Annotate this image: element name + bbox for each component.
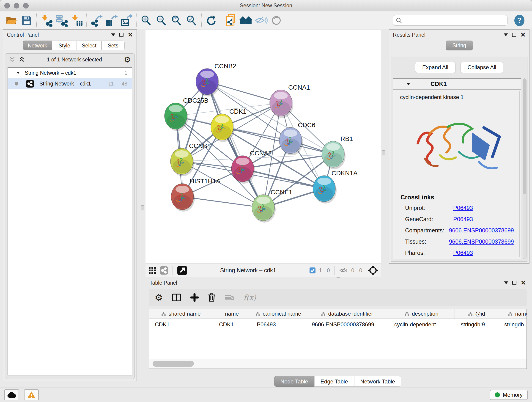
crosslink-link[interactable]: P06493 xyxy=(453,216,473,223)
expand-all-button[interactable]: Expand All xyxy=(415,62,455,73)
left-splitter-handle[interactable] xyxy=(141,205,144,211)
float-panel-icon[interactable] xyxy=(119,33,123,37)
import-network-database-button[interactable] xyxy=(54,13,69,28)
network-node-CCNA1[interactable]: CCNA1 xyxy=(270,84,310,118)
close-panel-icon[interactable]: ✕ xyxy=(520,280,526,286)
table-row[interactable]: CDK1CDK1P064939606.ENSP00000378699cyclin… xyxy=(149,319,526,330)
network-node-CCNB2[interactable]: CCNB2 xyxy=(196,63,236,96)
crosslink-link[interactable]: 9606.ENSP00000378699 xyxy=(449,227,514,234)
selected-checkbox-icon[interactable] xyxy=(309,267,316,274)
grid-view-icon[interactable] xyxy=(148,266,157,274)
hidden-eye-slash-icon[interactable] xyxy=(339,267,348,274)
tab-edge-table[interactable]: Edge Table xyxy=(314,376,354,387)
cloud-button[interactable] xyxy=(4,389,19,400)
gene-card-header[interactable]: CDK1 xyxy=(393,79,521,89)
network-node-CCNE1[interactable]: CCNE1 xyxy=(252,189,292,223)
network-view-mode-icon[interactable] xyxy=(160,266,168,274)
results-scrollbar-thumb[interactable] xyxy=(523,79,526,194)
collapse-all-networks-icon[interactable] xyxy=(19,57,25,63)
column-header-shared-name[interactable]: shared name xyxy=(149,309,213,319)
birdseye-crosshair-icon[interactable] xyxy=(368,265,378,276)
network-collection-row[interactable]: String Network – cdk1 1 xyxy=(8,68,132,78)
right-splitter-handle[interactable] xyxy=(382,150,385,155)
function-builder-icon[interactable]: f(x) xyxy=(244,293,256,302)
tab-string[interactable]: String xyxy=(446,41,473,51)
zoom-selected-button[interactable] xyxy=(184,13,199,28)
crosslink-link[interactable]: P06493 xyxy=(453,249,473,256)
refresh-button[interactable] xyxy=(204,13,219,28)
import-network-file-button[interactable] xyxy=(39,13,54,28)
column-header--id[interactable]: @id xyxy=(455,309,498,319)
delete-column-trash-icon[interactable] xyxy=(208,293,215,302)
network-node-CDK1[interactable]: CDK1 xyxy=(211,108,247,142)
column-header-namespace[interactable]: namespace xyxy=(498,309,527,319)
float-panel-icon[interactable] xyxy=(512,33,516,37)
tab-select[interactable]: Select xyxy=(77,41,101,50)
warnings-button[interactable] xyxy=(24,389,39,400)
panel-menu-icon[interactable] xyxy=(111,33,115,36)
float-panel-icon[interactable] xyxy=(512,281,516,285)
export-network-button[interactable] xyxy=(89,13,104,28)
zoom-selected-icon xyxy=(186,15,197,26)
open-session-button[interactable] xyxy=(4,13,19,28)
table-cell[interactable]: CDK1 xyxy=(149,321,213,328)
column-header-canonical-name[interactable]: canonical name xyxy=(251,309,306,319)
table-hscroll-thumb[interactable] xyxy=(152,361,194,367)
table-options-gear-icon[interactable]: ⚙ xyxy=(155,293,163,302)
graphics-details-button[interactable] xyxy=(254,13,269,28)
search-input[interactable] xyxy=(404,17,505,23)
birdseye-toggle-button[interactable] xyxy=(269,13,284,28)
tab-network-table[interactable]: Network Table xyxy=(354,376,401,387)
export-table-button[interactable] xyxy=(104,13,119,28)
houses-button[interactable] xyxy=(239,13,254,28)
network-node-HIST1H1A[interactable]: HIST1H1A xyxy=(171,178,220,211)
panel-menu-icon[interactable] xyxy=(504,33,508,36)
network-node-CCNA2[interactable]: CCNA2 xyxy=(231,150,272,184)
create-column-plus-icon[interactable] xyxy=(190,293,199,302)
network-node-CDC25B[interactable]: CDC25B xyxy=(165,97,208,131)
table-cell[interactable]: stringdb:9... xyxy=(455,321,498,328)
help-button[interactable]: ? xyxy=(513,14,526,27)
search-icon xyxy=(396,17,402,23)
column-header-description[interactable]: description xyxy=(388,309,455,319)
zoom-in-button[interactable] xyxy=(139,13,154,28)
network-node-CDKN1A[interactable]: CDKN1A xyxy=(313,170,358,204)
zoom-fit-button[interactable] xyxy=(169,13,184,28)
network-row-selected[interactable]: String Network – cdk1 11 48 xyxy=(8,78,132,89)
tab-style[interactable]: Style xyxy=(52,41,77,50)
tab-sets[interactable]: Sets xyxy=(101,41,125,50)
network-options-gear-icon[interactable]: ⚙ xyxy=(124,56,131,64)
collection-expand-icon[interactable] xyxy=(17,72,20,74)
table-hscroll-track[interactable] xyxy=(149,359,526,369)
collapse-all-button[interactable]: Collapse All xyxy=(461,62,503,73)
gene-collapse-icon[interactable] xyxy=(406,83,410,85)
network-node-RB1[interactable]: RB1 xyxy=(322,135,353,169)
new-network-from-selection-button[interactable] xyxy=(223,13,239,28)
table-cell[interactable]: cyclin-dependent ... xyxy=(388,321,455,328)
zoom-out-button[interactable] xyxy=(154,13,169,28)
table-cell[interactable]: 9606.ENSP00000378699 xyxy=(306,321,388,328)
memory-button[interactable]: Memory xyxy=(490,390,528,400)
column-header-database-identifier[interactable]: database identifier xyxy=(306,309,388,319)
panel-menu-icon[interactable] xyxy=(504,281,508,284)
crosslink-link[interactable]: 9606.ENSP00000378699 xyxy=(449,238,514,245)
column-header-name[interactable]: name xyxy=(213,309,251,319)
tab-network[interactable]: Network xyxy=(23,41,52,50)
show-columns-icon[interactable] xyxy=(172,294,181,301)
close-panel-icon[interactable]: ✕ xyxy=(128,32,133,38)
table-cell[interactable]: P06493 xyxy=(251,321,306,328)
crosslinks-heading: CrossLinks xyxy=(400,194,514,201)
detach-view-icon[interactable] xyxy=(177,266,187,275)
table-cell[interactable]: CDK1 xyxy=(213,321,251,328)
crosslink-link[interactable]: P06493 xyxy=(453,205,473,211)
import-table-file-button[interactable] xyxy=(69,13,84,28)
results-scrollbar[interactable] xyxy=(523,78,526,259)
close-panel-icon[interactable]: ✕ xyxy=(520,32,526,38)
network-node-CCNB1[interactable]: CCNB1 xyxy=(171,142,211,176)
save-session-button[interactable] xyxy=(19,13,34,28)
table-cell[interactable]: stringdb xyxy=(498,321,527,328)
export-image-button[interactable] xyxy=(119,13,134,28)
tab-node-table[interactable]: Node Table xyxy=(274,376,314,387)
network-canvas[interactable]: CCNB2CCNA1CDC25BCDK1CDC6RB1CCNB1CCNA2CDK… xyxy=(146,30,381,263)
expand-all-networks-icon[interactable] xyxy=(9,57,15,63)
